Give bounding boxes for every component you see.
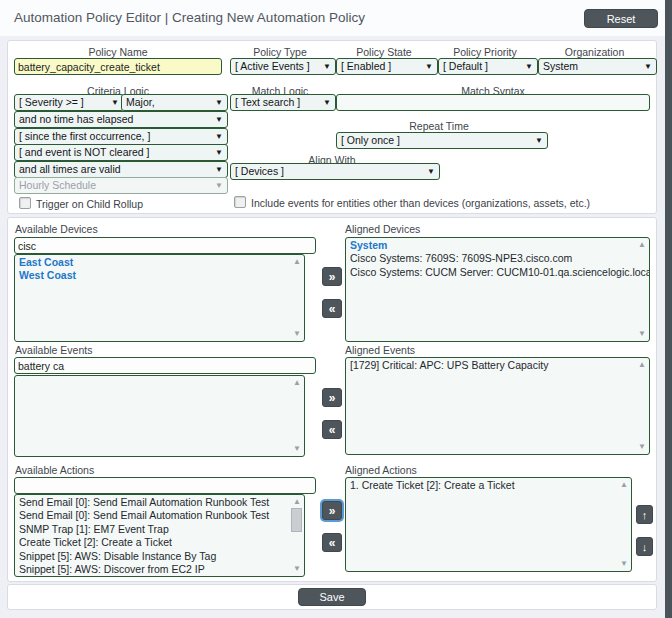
dropdown-arrow-icon: ▼ [425,59,433,74]
list-item[interactable]: Send Email [0]: Send Email Automation Ru… [15,496,290,509]
criteria-cleared-select[interactable]: [ and event is NOT cleared ] ▼ [14,144,228,161]
match-syntax-input[interactable] [336,94,650,111]
aligned-events-label: Aligned Events [345,344,415,356]
trigger-child-rollup-label: Trigger on Child Rollup [36,198,143,210]
list-item[interactable]: System [346,239,635,252]
list-item[interactable]: Cisco Systems: 7609S: 7609S-NPE3.cisco.c… [346,252,635,265]
scroll-up-icon[interactable]: ▲ [293,258,301,266]
dropdown-arrow-icon: ▼ [111,95,119,110]
title-bar: Automation Policy Editor | Creating New … [0,0,665,36]
scroll-down-icon[interactable]: ▼ [638,330,646,338]
dropdown-arrow-icon: ▼ [644,59,652,74]
list-item[interactable]: West Coast [15,269,290,282]
reset-button[interactable]: Reset [584,9,658,28]
aligned-events-items: [1729] Critical: APC: UPS Battery Capaci… [346,359,635,454]
dropdown-arrow-icon: ▼ [215,129,223,144]
criteria-severity-op-select[interactable]: [ Severity >= ] ▼ [14,94,124,111]
list-item[interactable]: Cisco Systems: CUCM Server: CUCM10-01.qa… [346,266,635,279]
save-button[interactable]: Save [298,588,366,606]
list-item[interactable]: Snippet [5]: AWS: Disable Instance By Ta… [15,550,290,563]
available-actions-search-input[interactable] [14,477,316,494]
dropdown-arrow-icon: ▼ [215,145,223,160]
scroll-up-icon[interactable]: ▲ [620,481,628,489]
actions-remove-button[interactable]: « [322,533,342,552]
criteria-elapsed-select[interactable]: and no time has elapsed ▼ [14,111,228,128]
dropdown-arrow-icon: ▼ [215,112,223,127]
dropdown-arrow-icon: ▼ [215,95,223,110]
criteria-schedule-select: Hourly Schedule ▼ [14,177,228,194]
aligned-actions-label: Aligned Actions [345,464,417,476]
scrollbar-thumb[interactable] [291,508,302,532]
list-item[interactable]: [1729] Critical: APC: UPS Battery Capaci… [346,359,635,372]
actions-add-button[interactable]: » [322,501,342,520]
policy-name-input[interactable] [14,58,222,75]
scroll-up-icon[interactable]: ▲ [293,498,301,506]
available-events-label: Available Events [15,344,92,356]
events-add-button[interactable]: » [322,388,342,407]
action-move-down-button[interactable]: ↓ [636,537,653,556]
action-move-up-button[interactable]: ↑ [636,505,653,524]
policy-priority-label: Policy Priority [438,46,532,58]
available-actions-label: Available Actions [15,464,94,476]
include-events-label: Include events for entities other than d… [251,197,590,209]
scroll-up-icon[interactable]: ▲ [638,241,646,249]
aligned-devices-label: Aligned Devices [345,223,420,235]
list-item[interactable]: 1. Create Ticket [2]: Create a Ticket [346,479,617,492]
scroll-down-icon[interactable]: ▼ [638,443,646,451]
repeat-time-select[interactable]: [ Only once ] ▼ [336,132,548,149]
list-item[interactable]: Create Ticket [2]: Create a Ticket [15,536,290,549]
policy-priority-select[interactable]: [ Default ] ▼ [438,58,538,75]
available-actions-list[interactable]: Send Email [0]: Send Email Automation Ru… [14,494,305,577]
aligned-events-list[interactable]: [1729] Critical: APC: UPS Battery Capaci… [345,357,650,455]
policy-form-panel: Policy Name Policy Type Policy State Pol… [7,40,657,214]
list-item[interactable]: East Coast [15,256,290,269]
aligned-devices-items: SystemCisco Systems: 7609S: 7609S-NPE3.c… [346,239,635,341]
list-item[interactable]: Snippet [5]: AWS: Discover from EC2 IP [15,563,290,576]
policy-type-select[interactable]: [ Active Events ] ▼ [230,58,336,75]
trigger-child-rollup-checkbox[interactable] [19,197,31,209]
devices-add-button[interactable]: » [322,267,342,286]
available-devices-list[interactable]: East CoastWest Coast ▲ ▼ [14,254,305,342]
available-events-search-input[interactable] [14,357,316,374]
aligned-actions-list[interactable]: 1. Create Ticket [2]: Create a Ticket ▲ … [345,477,632,572]
dropdown-arrow-icon: ▼ [323,95,331,110]
scroll-up-icon[interactable]: ▲ [293,379,301,387]
criteria-severity-value-select[interactable]: Major, ▼ [121,94,228,111]
policy-name-label: Policy Name [14,46,222,58]
available-devices-label: Available Devices [15,223,98,235]
list-item[interactable]: Send Email [0]: Send Email Automation Ru… [15,509,290,522]
policy-state-select[interactable]: [ Enabled ] ▼ [336,58,438,75]
devices-remove-button[interactable]: « [322,299,342,318]
alignment-panel: Available Devices East CoastWest Coast ▲… [7,217,657,582]
match-logic-select[interactable]: [ Text search ] ▼ [230,94,336,111]
criteria-occurrence-select[interactable]: [ since the first occurrence, ] ▼ [14,128,228,145]
organization-select[interactable]: System ▼ [538,58,657,75]
available-actions-items: Send Email [0]: Send Email Automation Ru… [15,496,290,576]
scroll-down-icon[interactable]: ▼ [293,565,301,573]
dropdown-arrow-icon: ▼ [215,162,223,177]
page-title: Automation Policy Editor | Creating New … [14,10,365,25]
include-events-checkbox[interactable] [234,196,246,208]
dropdown-arrow-icon: ▼ [323,59,331,74]
align-with-select[interactable]: [ Devices ] ▼ [230,163,440,180]
policy-state-label: Policy State [336,46,432,58]
footer-panel: Save [7,584,657,610]
list-item[interactable]: SNMP Trap [1]: EM7 Event Trap [15,523,290,536]
scroll-down-icon[interactable]: ▼ [293,445,301,453]
dropdown-arrow-icon: ▼ [427,164,435,179]
right-edge-bar [665,0,672,618]
available-events-list[interactable]: ▲ ▼ [14,375,305,457]
dropdown-arrow-icon: ▼ [215,178,223,193]
policy-type-label: Policy Type [230,46,330,58]
repeat-time-label: Repeat Time [336,120,542,132]
dropdown-arrow-icon: ▼ [535,133,543,148]
aligned-devices-list[interactable]: SystemCisco Systems: 7609S: 7609S-NPE3.c… [345,237,650,342]
events-remove-button[interactable]: « [322,420,342,439]
scroll-up-icon[interactable]: ▲ [638,361,646,369]
dropdown-arrow-icon: ▼ [525,59,533,74]
scroll-down-icon[interactable]: ▼ [293,330,301,338]
criteria-times-valid-select[interactable]: and all times are valid ▼ [14,161,228,178]
aligned-actions-items: 1. Create Ticket [2]: Create a Ticket [346,479,617,571]
available-devices-search-input[interactable] [14,237,316,254]
scroll-down-icon[interactable]: ▼ [620,560,628,568]
